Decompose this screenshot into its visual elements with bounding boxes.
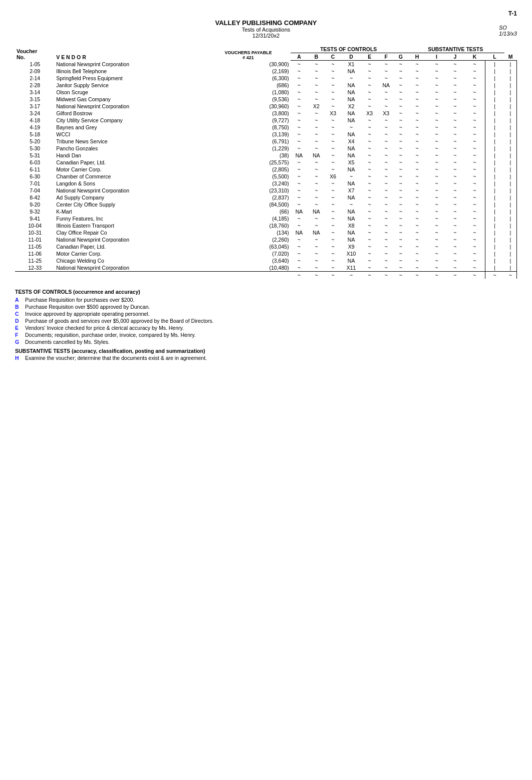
cell-i: ~ [427, 138, 446, 145]
cell-l: | [485, 61, 504, 68]
table-row: 6-30Chamber of Commerce(5,500)~~X6~~~~~~… [15, 173, 517, 180]
cell-a: ~ [291, 236, 308, 243]
cell-c: ~ [325, 194, 341, 201]
cell-i: ~ [427, 243, 446, 250]
cell-amount: (10,480) [206, 264, 290, 272]
cell-j: ~ [446, 173, 464, 180]
cell-e: ~ [362, 257, 378, 264]
cell-d: NA [341, 180, 361, 187]
cell-d: NA [341, 68, 361, 75]
col-a-header: A [291, 53, 308, 61]
table-row: 3-15Midwest Gas Company(9,536)~~~NA~~~~~… [15, 96, 517, 103]
cell-g: ~ [395, 75, 407, 82]
table-row: 10-31Clay Office Repair Co(134)NANA~NA~~… [15, 229, 517, 236]
table-row: 6-03Canadian Paper, Ltd.(25,575)~~~X5~~~… [15, 159, 517, 166]
cell-m: | [504, 187, 517, 194]
cell-j: ~ [446, 103, 464, 110]
cell-vendor: Handi Dan [55, 152, 206, 159]
cell-j: ~ [446, 138, 464, 145]
cell-m: | [504, 117, 517, 124]
cell-d: X2 [341, 103, 361, 110]
cell-m: | [504, 152, 517, 159]
cell-a: ~ [291, 250, 308, 257]
cell-h: ~ [407, 96, 427, 103]
cell-i: ~ [427, 208, 446, 215]
col-h-header: H [407, 53, 427, 61]
cell-voucher: 3-17 [15, 103, 55, 110]
cell-g: ~ [395, 152, 407, 159]
cell-b: ~ [308, 222, 325, 229]
cell-b: ~ [308, 68, 325, 75]
cell-h: ~ [407, 145, 427, 152]
cell-f: ~ [377, 103, 395, 110]
cell-h: ~ [407, 229, 427, 236]
cell-k: ~ [464, 89, 485, 96]
cell-m: | [504, 96, 517, 103]
cell-d: NA [341, 82, 361, 89]
cell-c: ~ [325, 89, 341, 96]
cell-m: | [504, 229, 517, 236]
cell-f: ~ [377, 117, 395, 124]
cell-m: | [504, 75, 517, 82]
vouchers-payable-header: VOUCHERS PAYABLE# 421 [206, 46, 290, 61]
cell-voucher: 2-28 [15, 82, 55, 89]
cell-voucher: 11-25 [15, 257, 55, 264]
table-row: 4-19Baynes and Grey(8,750)~~~~~~~~~~~|| [15, 124, 517, 131]
cell-b: NA [308, 208, 325, 215]
cell-k: ~ [464, 180, 485, 187]
col-k-header: K [464, 53, 485, 61]
cell-g: ~ [395, 82, 407, 89]
col-b-header: B [308, 53, 325, 61]
cell-b: ~ [308, 110, 325, 117]
cell-g: ~ [395, 68, 407, 75]
cell-voucher: 3-14 [15, 89, 55, 96]
cell-a: ~ [291, 82, 308, 89]
cell-h: ~ [407, 236, 427, 243]
cell-g: ~ [395, 131, 407, 138]
cell-vendor: Illinois Eastern Transport [55, 222, 206, 229]
table-row: 2-14Springfield Press Equipment(6,300)~~… [15, 75, 517, 82]
cell-e: ~ [362, 145, 378, 152]
footer-cell-j: ~ [446, 272, 464, 279]
cell-h: ~ [407, 208, 427, 215]
cell-c: ~ [325, 124, 341, 131]
cell-c: ~ [325, 208, 341, 215]
company-name: VALLEY PUBLISHING COMPANY [15, 19, 517, 27]
table-row: 7-01Langdon & Sons(3,240)~~~NA~~~~~~~|| [15, 180, 517, 187]
cell-d: X1 [341, 61, 361, 68]
cell-h: ~ [407, 110, 427, 117]
cell-b: ~ [308, 194, 325, 201]
cell-b: ~ [308, 257, 325, 264]
cell-amount: (2,837) [206, 194, 290, 201]
cell-m: | [504, 201, 517, 208]
cell-j: ~ [446, 124, 464, 131]
cell-j: ~ [446, 145, 464, 152]
cell-l: | [485, 138, 504, 145]
cell-voucher: 1-05 [15, 61, 55, 68]
cell-vendor: City Utility Service Company [55, 117, 206, 124]
cell-f: ~ [377, 131, 395, 138]
cell-g: ~ [395, 124, 407, 131]
cell-b: NA [308, 152, 325, 159]
cell-c: ~ [325, 166, 341, 173]
cell-d: ~ [341, 124, 361, 131]
cell-i: ~ [427, 159, 446, 166]
cell-e: ~ [362, 201, 378, 208]
cell-g: ~ [395, 250, 407, 257]
cell-g: ~ [395, 201, 407, 208]
table-row: 11-25Chicago Welding Co(3,640)~~~NA~~~~~… [15, 257, 517, 264]
cell-voucher: 11-01 [15, 236, 55, 243]
cell-vendor: Olson Scruge [55, 89, 206, 96]
cell-i: ~ [427, 257, 446, 264]
cell-b: ~ [308, 250, 325, 257]
cell-d: NA [341, 166, 361, 173]
cell-i: ~ [427, 131, 446, 138]
cell-a: ~ [291, 159, 308, 166]
cell-amount: (7,020) [206, 250, 290, 257]
cell-vendor: Janitor Supply Service [55, 82, 206, 89]
cell-a: ~ [291, 194, 308, 201]
cell-l: | [485, 222, 504, 229]
cell-f: ~ [377, 173, 395, 180]
cell-voucher: 12-33 [15, 264, 55, 272]
cell-b: ~ [308, 166, 325, 173]
